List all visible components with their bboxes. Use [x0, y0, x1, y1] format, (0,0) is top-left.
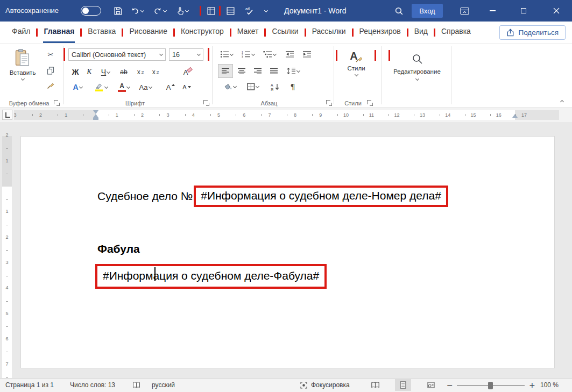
shrink-font-button[interactable]: А — [180, 81, 194, 94]
close-button[interactable] — [545, 0, 568, 22]
tab-references[interactable]: Ссылки — [266, 22, 303, 43]
share-button[interactable]: Поделиться — [499, 25, 566, 40]
web-layout-button[interactable] — [423, 379, 439, 391]
italic-button[interactable]: К — [83, 66, 96, 79]
tab-mailings[interactable]: Рассылки — [307, 22, 351, 43]
tab-layout[interactable]: Макет — [232, 22, 264, 43]
read-mode-icon — [371, 382, 380, 388]
tab-help[interactable]: Справка — [436, 22, 476, 43]
fabula-placeholder[interactable]: #Информация о судебном деле-Фабула# — [95, 264, 327, 289]
document-page[interactable]: Судебное дело № #Информация о судебном д… — [20, 136, 555, 368]
line-spacing-button[interactable] — [283, 65, 302, 77]
proofing-book-icon — [132, 382, 140, 388]
word-count[interactable]: Число слов: 13 — [70, 378, 115, 392]
qat-more-button[interactable] — [260, 4, 271, 17]
format-painter-button[interactable] — [44, 79, 57, 92]
paragraph-dialog-launcher[interactable] — [326, 100, 332, 106]
sort-button[interactable]: АЯ — [267, 80, 283, 93]
numbering-button[interactable]: 123 — [239, 48, 257, 61]
page-indicator[interactable]: Страница 1 из 1 — [5, 378, 54, 392]
first-line-indent-marker[interactable] — [93, 110, 98, 114]
align-center-button[interactable] — [235, 65, 249, 77]
ribbon-display-options-button[interactable] — [456, 4, 472, 17]
paste-button[interactable]: Вставить — [6, 46, 39, 97]
change-case-button[interactable]: Аа — [136, 81, 155, 94]
font-color-button[interactable]: А — [115, 81, 132, 94]
tab-file[interactable]: Файл — [6, 22, 36, 43]
v-ruler[interactable]: 121234567 — [2, 124, 12, 378]
search-button[interactable] — [391, 4, 407, 17]
highlight-color-button[interactable] — [90, 81, 112, 94]
text-effects-button[interactable]: А — [69, 81, 86, 94]
tab-insert[interactable]: Вставка — [82, 22, 121, 43]
read-mode-button[interactable] — [367, 379, 383, 391]
styles-button[interactable]: А Стили — [339, 46, 373, 96]
show-formatting-marks-button[interactable]: ¶ — [286, 80, 299, 93]
increase-indent-button[interactable] — [299, 48, 314, 61]
styles-dialog-launcher[interactable] — [367, 100, 373, 106]
fabula-line[interactable]: #Информация о судебном деле-Фабула# — [95, 264, 327, 289]
spelling-button[interactable]: аб — [242, 4, 258, 17]
redo-button[interactable] — [151, 4, 169, 17]
focus-label[interactable]: Фокусировка — [311, 378, 350, 392]
align-right-button[interactable] — [251, 65, 265, 77]
autosave-toggle[interactable] — [81, 6, 101, 16]
touch-mouse-mode-button[interactable] — [173, 4, 192, 17]
spellcheck-status-button[interactable] — [132, 378, 140, 392]
font-size-combo[interactable]: 16 — [169, 48, 203, 61]
signin-button[interactable]: Вход — [412, 4, 443, 18]
qat-table-button[interactable] — [203, 4, 219, 17]
grow-font-button[interactable]: А — [164, 81, 178, 94]
tab-draw[interactable]: Рисование — [124, 22, 173, 43]
zoom-level[interactable]: 100 % — [540, 378, 559, 392]
multilevel-list-button[interactable] — [260, 48, 279, 61]
zoom-in-button[interactable]: + — [529, 378, 535, 392]
language-indicator[interactable]: русский — [152, 378, 175, 392]
tab-view[interactable]: Вид — [409, 22, 433, 43]
editing-button[interactable]: Редактирование — [385, 47, 449, 95]
zoom-out-button[interactable]: − — [447, 378, 453, 392]
left-indent-marker[interactable] — [93, 118, 98, 120]
ruler-mark: 7 — [265, 112, 274, 118]
zoom-slider[interactable] — [457, 385, 525, 386]
font-name-combo[interactable]: Calibri (Основной текст) — [68, 48, 166, 61]
tab-design[interactable]: Конструктор — [175, 22, 229, 43]
align-left-button[interactable] — [218, 65, 232, 77]
save-button[interactable] — [110, 4, 126, 17]
focus-button[interactable] — [300, 378, 307, 392]
fabula-heading[interactable]: Фабула — [97, 243, 140, 255]
tab-review[interactable]: Рецензиров — [354, 22, 406, 43]
case-number-placeholder[interactable]: #Информация о судебном деле-Номер дела# — [194, 186, 448, 207]
tab-stop-selector[interactable] — [2, 110, 12, 120]
shading-button[interactable] — [220, 80, 240, 93]
ruler-area: 1231234567891011121314151617 — [0, 108, 572, 122]
case-number-line[interactable]: Судебное дело № #Информация о судебном д… — [97, 186, 448, 207]
minimize-button[interactable] — [481, 0, 504, 22]
subscript-button[interactable]: х2 — [133, 66, 147, 79]
clear-formatting-button[interactable]: А — [179, 66, 197, 79]
chevron-down-icon — [159, 52, 163, 56]
undo-button[interactable] — [128, 4, 146, 17]
print-layout-button[interactable] — [395, 379, 411, 391]
superscript-button[interactable]: х2 — [149, 66, 163, 79]
hanging-indent-marker[interactable] — [93, 114, 98, 118]
bullets-button[interactable] — [217, 48, 236, 61]
collapse-ribbon-button[interactable] — [556, 96, 567, 105]
cut-button[interactable]: ✂ — [44, 48, 57, 61]
zoom-knob[interactable] — [488, 382, 493, 389]
justify-button[interactable] — [267, 65, 281, 77]
borders-button[interactable] — [243, 80, 263, 93]
maximize-button[interactable] — [512, 0, 535, 22]
strikethrough-button[interactable]: ab — [116, 66, 131, 79]
copy-button[interactable] — [44, 64, 57, 77]
bold-button[interactable]: Ж — [69, 66, 82, 79]
decrease-indent-button[interactable] — [282, 48, 297, 61]
font-dialog-launcher[interactable] — [203, 100, 209, 106]
tab-home[interactable]: Главная — [38, 22, 80, 43]
ruler-mark — [109, 114, 109, 116]
h-ruler[interactable]: 1231234567891011121314151617 — [14, 110, 559, 120]
clipboard-dialog-launcher[interactable] — [54, 100, 60, 106]
qat-list-button[interactable] — [222, 4, 238, 17]
underline-button[interactable]: Ч — [97, 66, 114, 79]
right-indent-marker[interactable] — [512, 114, 518, 118]
